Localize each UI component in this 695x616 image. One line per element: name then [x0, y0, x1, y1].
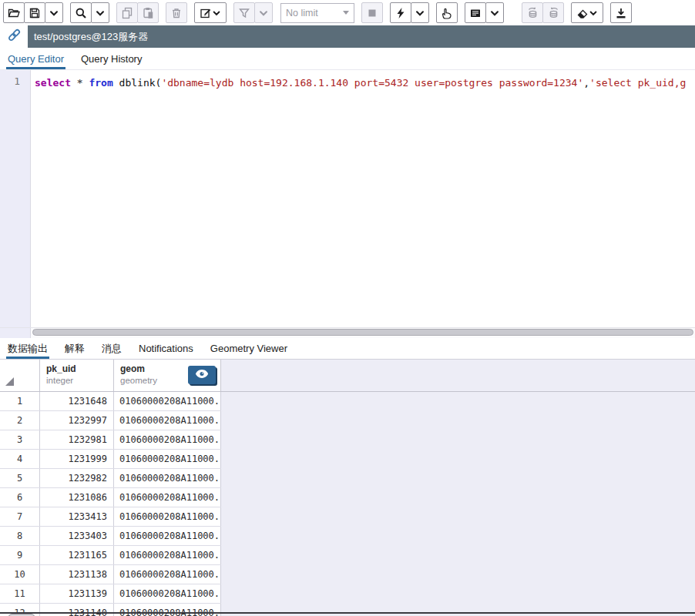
row-number-cell[interactable]: 2: [0, 411, 40, 430]
column-header-geom[interactable]: geom geometry: [114, 360, 221, 391]
row-number-cell[interactable]: 4: [0, 450, 40, 468]
connection-title: test/postgres@123服务器: [34, 30, 148, 44]
cancel-query-button[interactable]: [361, 2, 383, 23]
cell-pk-uid[interactable]: 1232982: [40, 469, 114, 487]
result-tab-bar: 数据输出解释消息NotificationsGeometry Viewer: [0, 338, 695, 360]
commit-button[interactable]: [522, 2, 543, 23]
select-all-header-cell[interactable]: [0, 360, 40, 391]
cell-pk-uid[interactable]: 1231086: [40, 488, 114, 507]
cell-geom[interactable]: 01060000208A11000...: [114, 584, 221, 603]
clear-options-button[interactable]: [571, 2, 603, 23]
row-number-cell[interactable]: 8: [0, 527, 40, 545]
row-number-cell[interactable]: 11: [0, 584, 40, 603]
tab-label: 数据输出: [8, 342, 48, 356]
cell-geom[interactable]: 01060000208A11000...: [114, 604, 221, 616]
paste-icon: [142, 7, 154, 19]
cell-geom[interactable]: 01060000208A11000...: [114, 450, 221, 468]
cell-pk-uid[interactable]: 1231139: [40, 584, 114, 603]
eye-icon: [195, 369, 209, 381]
cell-geom[interactable]: 01060000208A11000...: [114, 430, 221, 449]
sql-token: select: [35, 77, 71, 89]
sql-editor: 1 select * from dblink('dbname=lydb host…: [0, 70, 695, 327]
cell-pk-uid[interactable]: 1233403: [40, 527, 114, 545]
execute-button[interactable]: [390, 2, 411, 23]
sql-token: ,: [583, 77, 589, 89]
paste-button[interactable]: [137, 2, 159, 23]
cell-geom[interactable]: 01060000208A11000...: [114, 546, 221, 564]
select-all-triangle-icon[interactable]: [5, 377, 14, 386]
editor-tab-bar: Query EditorQuery History: [0, 48, 695, 70]
tab-label: Query History: [81, 53, 142, 65]
filter-button[interactable]: [233, 2, 255, 23]
select-caret-icon: [343, 11, 349, 15]
lightning-icon: [395, 7, 407, 19]
chevron-down-icon: [489, 8, 500, 18]
cell-pk-uid[interactable]: 1232997: [40, 411, 114, 430]
cell-pk-uid[interactable]: 1233413: [40, 507, 114, 526]
table-row: 6123108601060000208A11000...: [0, 488, 221, 507]
cell-geom[interactable]: 01060000208A11000...: [114, 507, 221, 526]
table-row: 3123298101060000208A11000...: [0, 430, 221, 450]
edit-options-button[interactable]: [194, 2, 227, 23]
row-number-cell[interactable]: 5: [0, 469, 40, 487]
editor-hscroll-track[interactable]: [31, 328, 695, 338]
cell-geom[interactable]: 01060000208A11000...: [114, 488, 221, 507]
copy-button[interactable]: [116, 2, 138, 23]
row-limit-select[interactable]: No limit: [280, 3, 354, 23]
tab-数据输出[interactable]: 数据输出: [6, 338, 49, 359]
open-file-button[interactable]: [3, 2, 25, 23]
chevron-down-icon: [415, 8, 425, 18]
editor-hscroll-thumb[interactable]: [32, 329, 693, 336]
row-number-cell[interactable]: 9: [0, 546, 40, 564]
editor-hscroll-gutter: [0, 328, 31, 338]
cell-geom[interactable]: 01060000208A11000...: [114, 527, 221, 545]
cell-geom[interactable]: 01060000208A11000...: [114, 565, 221, 584]
cell-pk-uid[interactable]: 1231999: [40, 450, 114, 468]
rollback-button[interactable]: [542, 2, 564, 23]
connection-title-bar: test/postgres@123服务器: [28, 25, 695, 48]
column-name: pk_uid: [40, 360, 113, 374]
row-number-cell[interactable]: 1: [0, 392, 40, 410]
save-button[interactable]: [24, 2, 45, 23]
tab-query-history[interactable]: Query History: [79, 48, 143, 69]
cell-pk-uid[interactable]: 1231140: [40, 604, 114, 616]
explain-button[interactable]: [436, 2, 458, 23]
table-row: 8123340301060000208A11000...: [0, 527, 221, 546]
connection-row: test/postgres@123服务器: [0, 25, 695, 48]
row-number-cell[interactable]: 3: [0, 430, 40, 449]
save-options-button[interactable]: [45, 2, 63, 23]
cell-pk-uid[interactable]: 1231165: [40, 546, 114, 564]
cell-pk-uid[interactable]: 1231138: [40, 565, 114, 584]
cell-geom[interactable]: 01060000208A11000...: [114, 411, 221, 430]
table-row: 5123298201060000208A11000...: [0, 469, 221, 488]
cell-pk-uid[interactable]: 1231648: [40, 392, 114, 410]
cell-geom[interactable]: 01060000208A11000...: [114, 469, 221, 487]
chevron-down-icon: [212, 8, 221, 18]
row-number-cell[interactable]: 6: [0, 488, 40, 507]
find-options-button[interactable]: [91, 2, 109, 23]
tab-消息[interactable]: 消息: [100, 338, 123, 359]
sql-code-area[interactable]: select * from dblink('dbname=lydb host=1…: [31, 70, 695, 327]
sql-token: [71, 77, 77, 89]
tab-geometry-viewer[interactable]: Geometry Viewer: [209, 338, 289, 359]
tab-notifications[interactable]: Notifications: [137, 338, 195, 359]
execute-options-button[interactable]: [411, 2, 429, 23]
tab-query-editor[interactable]: Query Editor: [6, 48, 65, 69]
filter-options-button[interactable]: [254, 2, 273, 23]
row-number-cell[interactable]: 10: [0, 565, 40, 584]
download-results-button[interactable]: [610, 2, 632, 23]
row-number-cell[interactable]: 7: [0, 507, 40, 526]
column-header-pk-uid[interactable]: pk_uid integer: [40, 360, 114, 391]
view-geometry-button[interactable]: [188, 366, 216, 384]
delete-button[interactable]: [166, 2, 187, 23]
table-row: 9123116501060000208A11000...: [0, 546, 221, 565]
explain-analyze-button[interactable]: [465, 2, 486, 23]
table-row: 1123164801060000208A11000...: [0, 392, 221, 411]
cell-pk-uid[interactable]: 1232981: [40, 430, 114, 449]
tab-解释[interactable]: 解释: [63, 338, 86, 359]
connection-status[interactable]: [0, 25, 28, 48]
grid-body: 1123164801060000208A11000...212329970106…: [0, 392, 695, 616]
cell-geom[interactable]: 01060000208A11000...: [114, 392, 221, 410]
explain-options-button[interactable]: [485, 2, 504, 23]
find-button[interactable]: [70, 2, 92, 23]
